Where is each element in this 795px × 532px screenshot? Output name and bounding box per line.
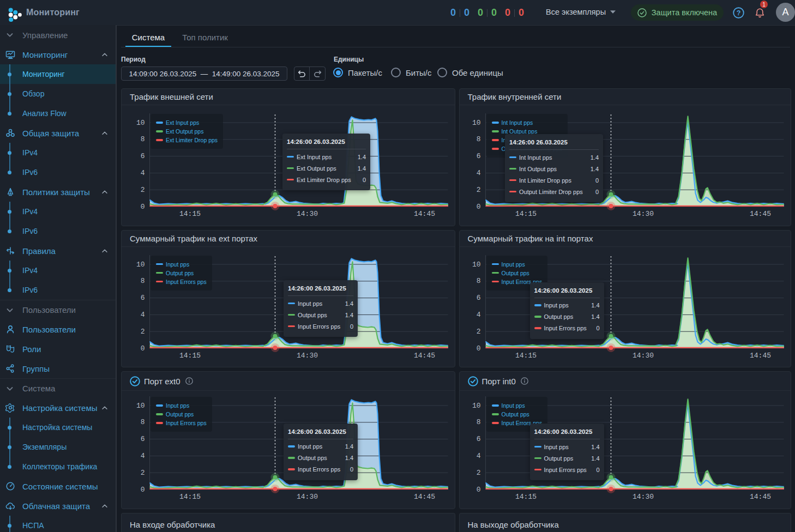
svg-text:14:30: 14:30: [632, 493, 653, 501]
svg-text:14:45: 14:45: [749, 493, 770, 501]
svg-text:14:15: 14:15: [179, 210, 201, 218]
svg-text:14:15: 14:15: [515, 493, 536, 501]
svg-text:0: 0: [141, 203, 145, 211]
svg-text:2: 2: [476, 469, 480, 477]
svg-text:10: 10: [136, 402, 145, 410]
svg-text:4: 4: [476, 310, 480, 318]
svg-text:8: 8: [476, 418, 480, 426]
svg-text:2: 2: [141, 186, 145, 194]
svg-text:4: 4: [141, 310, 145, 318]
svg-text:14:45: 14:45: [749, 351, 770, 359]
svg-text:8: 8: [141, 135, 145, 143]
svg-text:10: 10: [472, 119, 480, 127]
svg-text:14:45: 14:45: [414, 351, 435, 359]
svg-text:8: 8: [476, 135, 480, 143]
svg-text:?: ?: [737, 9, 741, 17]
svg-text:8: 8: [476, 277, 480, 285]
svg-text:14:30: 14:30: [632, 210, 653, 218]
svg-text:0: 0: [476, 203, 480, 211]
svg-text:14:30: 14:30: [297, 493, 318, 501]
svg-text:6: 6: [476, 435, 480, 443]
svg-text:14:30: 14:30: [297, 210, 318, 218]
svg-text:0: 0: [141, 486, 145, 494]
svg-text:6: 6: [141, 152, 145, 160]
svg-text:8: 8: [141, 418, 145, 426]
svg-text:6: 6: [141, 435, 145, 443]
svg-text:2: 2: [476, 327, 480, 335]
svg-text:0: 0: [476, 344, 480, 352]
svg-text:4: 4: [141, 452, 145, 460]
svg-text:14:15: 14:15: [515, 351, 536, 359]
svg-text:2: 2: [141, 327, 145, 335]
svg-text:14:30: 14:30: [632, 351, 653, 359]
svg-text:14:15: 14:15: [179, 493, 201, 501]
svg-text:14:15: 14:15: [515, 210, 536, 218]
svg-text:2: 2: [141, 469, 145, 477]
svg-text:14:45: 14:45: [414, 210, 435, 218]
svg-text:10: 10: [136, 119, 145, 127]
svg-text:0: 0: [476, 486, 480, 494]
svg-text:6: 6: [476, 294, 480, 302]
svg-text:8: 8: [141, 277, 145, 285]
svg-text:0: 0: [141, 344, 145, 352]
svg-text:4: 4: [476, 452, 480, 460]
svg-text:10: 10: [136, 260, 145, 268]
svg-text:14:45: 14:45: [749, 210, 770, 218]
svg-text:14:45: 14:45: [414, 493, 435, 501]
svg-text:2: 2: [476, 186, 480, 194]
svg-text:14:30: 14:30: [297, 351, 318, 359]
svg-text:14:15: 14:15: [179, 351, 201, 359]
svg-text:4: 4: [141, 169, 145, 177]
svg-text:6: 6: [476, 152, 480, 160]
svg-text:4: 4: [476, 169, 480, 177]
svg-text:10: 10: [472, 260, 480, 268]
svg-text:10: 10: [472, 402, 480, 410]
svg-text:6: 6: [141, 294, 145, 302]
